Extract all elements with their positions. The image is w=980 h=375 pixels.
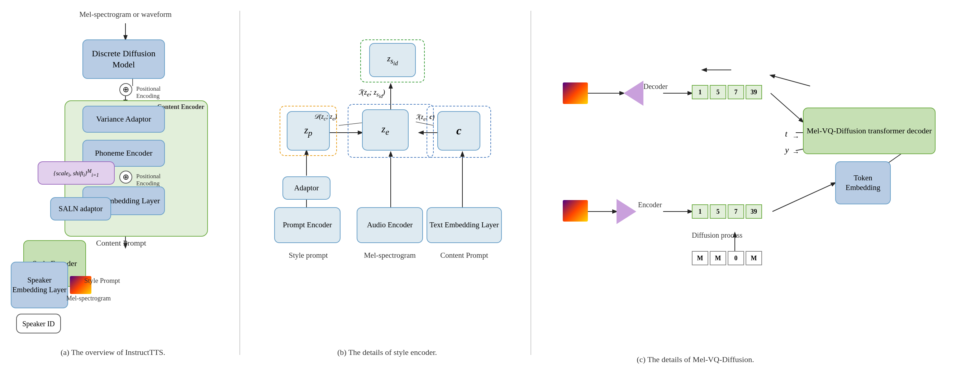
c-box: c bbox=[437, 111, 480, 151]
text-embedding-box-b: Text Embedding Layer bbox=[426, 207, 502, 243]
token-bottom-1: 1 bbox=[692, 204, 708, 219]
caption-a: (a) The overview of InstructTTS. bbox=[32, 348, 194, 357]
caption-b: (b) The details of style encoder. bbox=[287, 348, 487, 357]
saln-adaptor-box: SALN adaptor bbox=[50, 197, 111, 221]
caption-c: (c) The details of Mel-VQ-Diffusion. bbox=[570, 355, 821, 364]
token-bottom-3: 7 bbox=[728, 204, 744, 219]
token-bottom-2: 5 bbox=[710, 204, 726, 219]
svg-line-32 bbox=[772, 183, 835, 211]
decoder-label: Decoder bbox=[643, 83, 668, 91]
i-ze-c-label: ℐ(ze; c) bbox=[416, 113, 434, 122]
style-prompt-label-a: Style Prompt bbox=[84, 277, 120, 284]
mask-token-4: M bbox=[746, 251, 762, 265]
divider-ab bbox=[239, 11, 240, 355]
speaker-id-box: Speaker ID bbox=[16, 314, 61, 334]
token-top-3: 7 bbox=[728, 85, 744, 99]
ze-box: ze bbox=[362, 110, 409, 151]
plus-circle-2: ⊕ bbox=[119, 171, 132, 184]
encoder-triangle bbox=[617, 199, 636, 224]
mel-spec-label-a: Mel-spectrogram bbox=[66, 295, 111, 302]
encoder-label: Encoder bbox=[638, 201, 662, 209]
scale-shift-box: {scalei, shifti}Mi=1 bbox=[38, 161, 115, 184]
y-label: y bbox=[785, 145, 789, 155]
mask-token-3: 0 bbox=[728, 251, 744, 265]
divider-bc bbox=[530, 11, 531, 355]
token-bottom-4: 39 bbox=[746, 204, 762, 219]
top-label-mel: Mel-spectrogram or waveform bbox=[75, 10, 176, 19]
adaptor-box: Adaptor bbox=[282, 176, 331, 200]
svg-line-25 bbox=[771, 93, 803, 122]
mel-spectrogram-label-b: Mel-spectrogram bbox=[356, 251, 423, 260]
spectrogram-output bbox=[563, 83, 588, 104]
diagram-c-arrows bbox=[541, 11, 971, 369]
token-top-2: 5 bbox=[710, 85, 726, 99]
mask-token-1: M bbox=[692, 251, 708, 265]
diagram-b: zsid ℐ(ze; zsid) ze zp c 𝒟(zc; ze) ℐ(ze;… bbox=[251, 3, 523, 369]
d-zc-ze-label: 𝒟(zc; ze) bbox=[313, 113, 337, 122]
style-prompt-label-b: Style prompt bbox=[280, 251, 337, 260]
spectrogram-input bbox=[563, 200, 588, 222]
transformer-decoder-box: Mel-VQ-Diffusion transformer decoder bbox=[803, 108, 935, 154]
plus-circle-1: ⊕ bbox=[119, 83, 132, 96]
positional-encoding-label-2: PositionalEncoding bbox=[136, 173, 161, 187]
i-ze-zsid-label: ℐ(ze; zsid) bbox=[358, 88, 385, 99]
audio-encoder-box: Audio Encoder bbox=[356, 207, 423, 243]
token-top-1: 1 bbox=[692, 85, 708, 99]
token-embedding-box: Token Embedding bbox=[835, 161, 891, 204]
decoder-triangle bbox=[624, 81, 643, 106]
mask-token-2: M bbox=[710, 251, 726, 265]
positional-encoding-label-1: PositionalEncoding bbox=[136, 85, 161, 100]
content-prompt-label-b: Content Prompt bbox=[426, 251, 502, 260]
z-sid-box: zsid bbox=[369, 43, 416, 77]
variance-adaptor-box: Variance Adaptor bbox=[83, 106, 165, 133]
svg-line-26 bbox=[771, 75, 810, 86]
diagram-c: Decoder 1 5 7 39 Mel-VQ-Diffusion transf… bbox=[541, 11, 971, 369]
diffusion-process-label: Diffusion process bbox=[692, 231, 742, 240]
speaker-embedding-box: Speaker Embedding Layer bbox=[11, 262, 68, 308]
prompt-encoder-box: Prompt Encoder bbox=[274, 207, 340, 243]
diagram-a: Mel-spectrogram or waveform bbox=[3, 3, 233, 369]
token-top-4: 39 bbox=[746, 85, 762, 99]
discrete-diffusion-box: Discrete Diffusion Model bbox=[83, 40, 165, 79]
content-prompt-label-a: Content Prompt bbox=[96, 238, 146, 248]
t-label: t bbox=[785, 129, 788, 139]
